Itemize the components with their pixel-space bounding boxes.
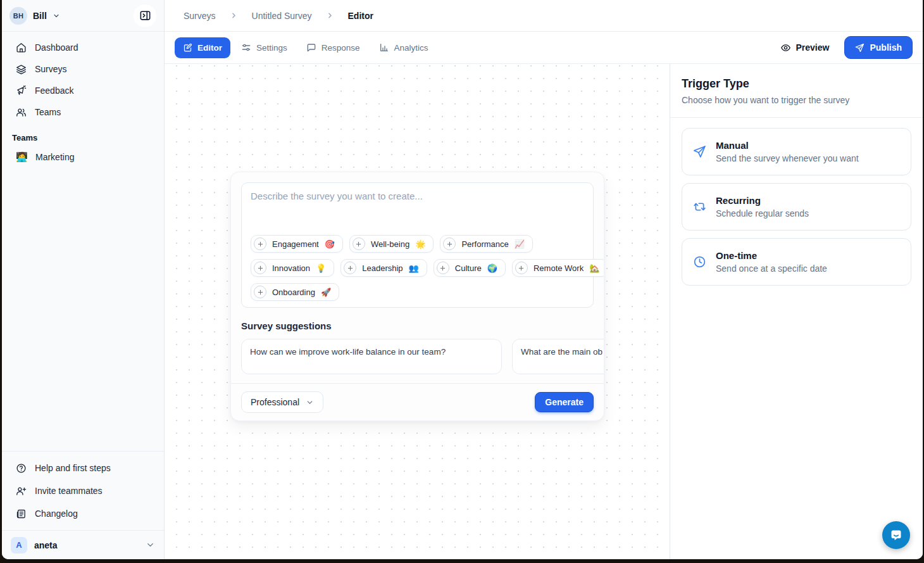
suggestions-row: How can we improve work-life balance in …: [231, 339, 604, 374]
sidebar-item-feedback[interactable]: Feedback: [9, 80, 156, 101]
intercom-chat-icon: [889, 528, 904, 543]
tab-label: Response: [322, 43, 360, 53]
topic-chip-performance[interactable]: Performance 📈: [440, 235, 533, 253]
plus-icon: [254, 262, 266, 274]
sidebar-item-label: Help and first steps: [35, 463, 111, 473]
breadcrumb-editor: Editor: [348, 11, 373, 21]
trigger-option-text: Recurring Schedule regular sends: [716, 195, 809, 218]
survey-composer-card: Engagement 🎯 Well-being 🌟: [230, 172, 604, 421]
technologist-emoji-icon: 🧑‍💻: [16, 151, 27, 163]
trigger-type-panel: Trigger Type Choose how you want to trig…: [670, 64, 923, 559]
topic-chip-engagement[interactable]: Engagement 🎯: [251, 235, 343, 253]
tone-value: Professional: [251, 397, 299, 407]
sidebar-item-label: Changelog: [35, 509, 78, 519]
megaphone-icon: [16, 85, 27, 96]
plus-icon: [353, 237, 365, 250]
eye-icon: [780, 42, 791, 53]
chevron-right-icon: [326, 11, 334, 20]
users-icon: [16, 107, 27, 118]
workspace-name: Bill: [33, 11, 47, 21]
editor-canvas[interactable]: Engagement 🎯 Well-being 🌟: [165, 64, 670, 559]
chevron-down-icon: [306, 398, 314, 407]
user-plus-icon: [16, 486, 27, 497]
workspace-avatar: BH: [9, 7, 27, 25]
trigger-option-one-time[interactable]: One-time Send once at a specific date: [682, 238, 911, 286]
workspace-switcher[interactable]: BH Bill: [2, 0, 164, 32]
bar-chart-icon: [379, 42, 389, 53]
topic-chip-culture[interactable]: Culture 🌍: [434, 259, 506, 277]
sidebar-item-marketing[interactable]: 🧑‍💻 Marketing: [9, 146, 156, 168]
topic-chip-onboarding[interactable]: Onboarding 🚀: [251, 283, 339, 301]
send-icon: [855, 43, 865, 53]
topic-chips: Engagement 🎯 Well-being 🌟: [251, 235, 584, 301]
topic-chip-wellbeing[interactable]: Well-being 🌟: [349, 235, 434, 253]
pencil-square-icon: [183, 43, 192, 53]
sidebar-item-dashboard[interactable]: Dashboard: [9, 37, 156, 58]
tab-analytics[interactable]: Analytics: [371, 37, 437, 58]
suggestion-card[interactable]: What are the main ob: [512, 339, 604, 374]
trigger-option-text: One-time Send once at a specific date: [716, 250, 827, 274]
sidebar-item-surveys[interactable]: Surveys: [9, 58, 156, 80]
sidebar-item-teams[interactable]: Teams: [9, 101, 156, 123]
sidebar-item-label: Surveys: [35, 64, 67, 74]
house-emoji-icon: 🏡: [589, 263, 599, 273]
chevron-down-icon: [146, 540, 155, 550]
sidebar-item-label: Feedback: [35, 85, 73, 96]
home-icon: [16, 42, 27, 53]
panel-subtitle: Choose how you want to trigger the surve…: [682, 95, 911, 105]
sidebar-collapse-button[interactable]: [134, 4, 156, 27]
plus-icon: [344, 262, 356, 274]
tone-select[interactable]: Professional: [241, 391, 323, 413]
suggestion-card[interactable]: How can we improve work-life balance in …: [241, 339, 502, 374]
chart-up-emoji-icon: 📈: [515, 239, 525, 249]
trigger-panel-header: Trigger Type Choose how you want to trig…: [670, 64, 923, 118]
breadcrumb-surveys[interactable]: Surveys: [184, 11, 216, 21]
prompt-input-box: Engagement 🎯 Well-being 🌟: [241, 182, 594, 308]
chevron-down-icon: [53, 12, 60, 20]
publish-button[interactable]: Publish: [844, 36, 913, 59]
plus-icon: [437, 262, 449, 274]
trigger-option-description: Send once at a specific date: [716, 263, 827, 274]
topic-chip-innovation[interactable]: Innovation 💡: [251, 259, 334, 277]
breadcrumb-untitled-survey[interactable]: Untitled Survey: [252, 11, 312, 21]
send-icon: [692, 145, 706, 158]
user-menu[interactable]: A aneta: [2, 530, 164, 559]
chat-bubble-icon: [306, 42, 316, 53]
preview-button[interactable]: Preview: [774, 37, 836, 58]
plus-icon: [254, 237, 266, 250]
suggestions-heading: Survey suggestions: [241, 320, 594, 331]
clock-icon: [692, 255, 706, 269]
sidebar-item-help[interactable]: Help and first steps: [9, 457, 156, 479]
trigger-options: Manual Send the survey whenever you want…: [670, 118, 923, 296]
sidebar-item-invite[interactable]: Invite teammates: [9, 479, 156, 502]
trigger-option-title: Recurring: [716, 195, 809, 206]
panel-collapse-icon: [139, 9, 151, 22]
trigger-option-title: Manual: [716, 140, 859, 151]
survey-prompt-input[interactable]: [251, 191, 584, 235]
generate-button[interactable]: Generate: [535, 392, 594, 412]
tab-label: Editor: [197, 43, 222, 53]
rocket-emoji-icon: 🚀: [321, 288, 331, 297]
trigger-option-manual[interactable]: Manual Send the survey whenever you want: [682, 128, 911, 175]
tab-label: Settings: [256, 43, 287, 53]
topic-chip-remote-work[interactable]: Remote Work 🏡: [512, 259, 604, 277]
publish-label: Publish: [870, 42, 902, 53]
tab-editor[interactable]: Editor: [175, 37, 230, 58]
repeat-icon: [692, 200, 706, 213]
help-circle-icon: [16, 463, 27, 474]
chat-launcher-button[interactable]: [882, 521, 910, 549]
sidebar-item-changelog[interactable]: Changelog: [9, 502, 156, 525]
tab-settings[interactable]: Settings: [233, 37, 296, 58]
tab-response[interactable]: Response: [298, 37, 368, 58]
topic-chip-leadership[interactable]: Leadership 👥: [340, 259, 427, 277]
trigger-option-recurring[interactable]: Recurring Schedule regular sends: [682, 183, 911, 231]
main-area: Surveys Untitled Survey Editor Editor: [165, 0, 923, 559]
trigger-option-description: Schedule regular sends: [716, 208, 809, 218]
newspaper-icon: [16, 509, 27, 519]
editor-toolbar: Editor Settings Response Analytics: [165, 32, 923, 64]
sidebar-item-label: Dashboard: [35, 42, 78, 53]
sidebar-nav: Dashboard Surveys Feedback Teams: [2, 32, 164, 123]
sidebar-item-label: Teams: [35, 107, 61, 117]
composer-footer: Professional Generate: [231, 383, 604, 421]
plus-icon: [254, 286, 266, 298]
